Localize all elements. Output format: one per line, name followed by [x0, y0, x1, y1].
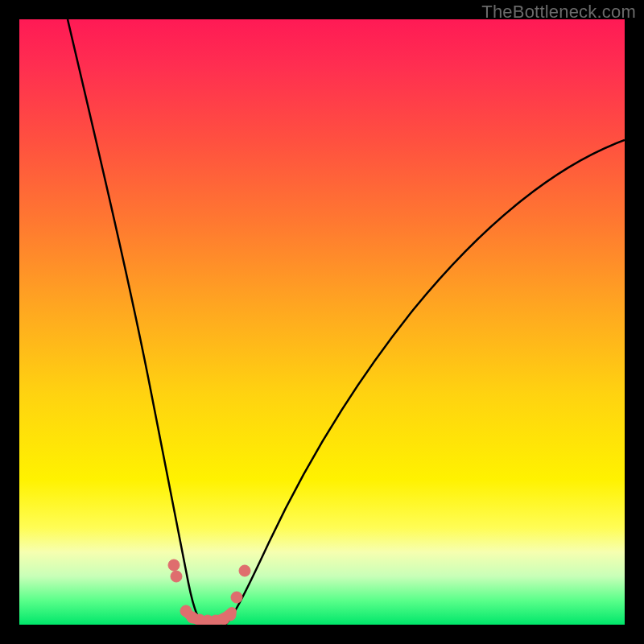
- marker-dot: [168, 559, 180, 571]
- watermark-text: TheBottleneck.com: [481, 2, 636, 23]
- plot-area: [19, 19, 625, 625]
- marker-dot: [239, 565, 250, 576]
- right-curve: [225, 140, 625, 625]
- marker-dot: [231, 592, 242, 603]
- chart-frame: TheBottleneck.com: [0, 0, 644, 644]
- chart-svg: [19, 19, 625, 625]
- valley-marker-group: [168, 559, 250, 625]
- left-curve: [68, 19, 203, 625]
- marker-dot: [171, 571, 182, 582]
